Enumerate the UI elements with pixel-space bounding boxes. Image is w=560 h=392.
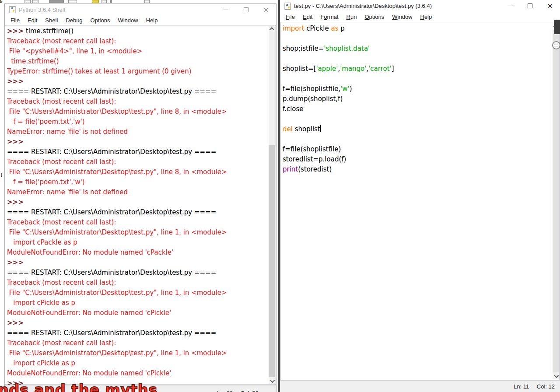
shell-window-title: Python 3.6.4 Shell [19, 7, 65, 13]
code-line: shop;istfile='shoplist.data' [283, 44, 553, 54]
shell-line: Traceback (most recent call last): [7, 36, 269, 46]
menu-item-window[interactable]: Window [388, 14, 416, 20]
shell-line: >>> [7, 137, 269, 147]
idle-python-icon [284, 3, 291, 10]
toolbar-fragment-icon [68, 0, 77, 3]
shell-line: >>> [7, 258, 269, 268]
toolbar-fragment-icon [144, 0, 150, 3]
line-indicator: Ln: 22 [217, 390, 233, 392]
menu-item-edit[interactable]: Edit [299, 14, 316, 20]
toolbar-fragment-icon [92, 0, 99, 3]
background-toolbar-fragment: 5 [0, 0, 262, 4]
menu-item-options[interactable]: Options [360, 14, 388, 20]
shell-line: Traceback (most recent call last): [7, 157, 269, 167]
editor-status-bar: Ln: 11 Col: 12 [280, 380, 560, 392]
shell-line: Traceback (most recent call last): [7, 278, 269, 288]
shell-line: f = file('poem.txt','w') [7, 177, 269, 187]
menu-item-options[interactable]: Options [87, 17, 114, 24]
scrollbar-thumb[interactable] [269, 145, 275, 377]
close-button[interactable]: ✕ [256, 4, 276, 15]
editor-window: test.py - C:\Users\Administrator\Desktop… [278, 0, 560, 392]
editor-titlebar[interactable]: test.py - C:\Users\Administrator\Desktop… [280, 0, 560, 12]
col-indicator: Col: 12 [537, 383, 555, 390]
shell-line: ==== RESTART: C:\Users\Administrator\Des… [7, 147, 269, 157]
shell-line: TypeError: strftime() takes at least 1 a… [7, 66, 269, 77]
shell-line: Traceback (most recent call last): [7, 338, 269, 348]
scroll-down-icon[interactable] [269, 377, 275, 384]
shell-line: ==== RESTART: C:\Users\Administrator\Des… [7, 328, 269, 338]
code-line: print(storedist) [283, 164, 553, 175]
shell-line: File "C:\Users\Administrator\Desktop\tes… [7, 107, 269, 117]
idle-python-icon [9, 6, 16, 13]
shell-line: ==== RESTART: C:\Users\Administrator\Des… [7, 207, 269, 217]
code-line [283, 134, 553, 144]
line-indicator: Ln: 11 [514, 383, 529, 390]
shell-line: File "C:\Users\Administrator\Desktop\tes… [7, 348, 269, 358]
shell-line: >>> time.strftime() [7, 26, 269, 36]
maximize-button[interactable] [236, 4, 256, 15]
toolbar-fragment-icon [32, 0, 38, 3]
toolbar-fragment-icon [102, 0, 107, 3]
code-line [283, 114, 553, 124]
minimize-button[interactable] [500, 0, 520, 12]
python-shell-window: Python 3.6.4 Shell ✕ FileEditShellDebugO… [4, 4, 276, 392]
code-line: p.dump(shoplist,f) [283, 94, 553, 104]
editor-menubar: FileEditFormatRunOptionsWindowHelp [280, 12, 560, 22]
shell-line: Traceback (most recent call last): [7, 97, 269, 107]
shell-output: >>> time.strftime()Traceback (most recen… [5, 25, 269, 385]
text-cursor [320, 125, 321, 132]
shell-line: ModuleNotFoundError: No module named 'cP… [7, 308, 269, 318]
code-line: f.close [283, 104, 553, 114]
minimize-button[interactable] [216, 4, 236, 15]
shell-scrollbar[interactable] [269, 26, 275, 384]
background-window-fragment [554, 20, 560, 34]
shell-line: ==== RESTART: C:\Users\Administrator\Des… [7, 268, 269, 278]
toolbar-fragment-text: 5 [0, 0, 3, 4]
shell-line: Traceback (most recent call last): [7, 217, 269, 228]
scrollbar-thumb[interactable] [553, 30, 559, 372]
shell-line: >>> [7, 197, 269, 207]
toolbar-fragment-icon [110, 0, 112, 3]
editor-scrollbar[interactable] [553, 23, 559, 379]
shell-line: NameError: name 'file' is not defined [7, 187, 269, 197]
code-line: import cPickle as p [283, 24, 553, 34]
gear-circle-artifact [552, 41, 560, 49]
code-editor: import cPickle as pshop;istfile='shoplis… [280, 22, 553, 380]
shell-line: import cPickle as p [7, 358, 269, 368]
shell-line: >>> [7, 77, 269, 87]
col-indicator: Col: 50 [241, 390, 259, 392]
code-line [283, 54, 553, 64]
shell-line: >>> [7, 318, 269, 328]
menu-item-shell[interactable]: Shell [41, 17, 62, 24]
scroll-up-icon[interactable] [269, 26, 275, 33]
menu-item-edit[interactable]: Edit [24, 17, 41, 24]
code-editor-area[interactable]: import cPickle as pshop;istfile='shoplis… [280, 22, 560, 380]
menu-item-help[interactable]: Help [416, 14, 436, 20]
menu-item-run[interactable]: Run [343, 14, 361, 20]
menu-item-file[interactable]: File [7, 17, 24, 24]
menu-item-help[interactable]: Help [142, 17, 162, 24]
toolbar-fragment-icon [24, 0, 31, 3]
shell-line: ModuleNotFoundError: No module named 'cP… [7, 368, 269, 378]
editor-window-title: test.py - C:\Users\Administrator\Desktop… [294, 3, 432, 9]
menu-item-window[interactable]: Window [114, 17, 142, 24]
code-line [283, 74, 553, 84]
code-line: f=file(shoplistfile,'w') [283, 84, 553, 94]
maximize-button[interactable] [520, 0, 540, 12]
shell-line: NameError: name 'file' is not defined [7, 127, 269, 137]
scroll-down-icon[interactable] [553, 372, 559, 379]
shell-line: ==== RESTART: C:\Users\Administrator\Des… [7, 87, 269, 97]
menu-item-file[interactable]: File [282, 14, 299, 20]
shell-line: f = file('poem.txt','w') [7, 117, 269, 127]
menu-item-debug[interactable]: Debug [62, 17, 86, 24]
close-button[interactable]: ✕ [540, 0, 560, 12]
shell-output-area[interactable]: >>> time.strftime()Traceback (most recen… [5, 25, 276, 385]
menu-item-format[interactable]: Format [316, 14, 342, 20]
shell-line: File "C:\Users\Administrator\Desktop\tes… [7, 288, 269, 298]
shell-line: File "<pyshell#4>", line 1, in <module> [7, 46, 269, 56]
shell-line: import cPackle as p [7, 238, 269, 248]
shell-titlebar[interactable]: Python 3.6.4 Shell ✕ [5, 4, 276, 15]
code-line: del shoplist [283, 124, 553, 134]
shell-line: ModuleNotFoundError: No module named 'cP… [7, 248, 269, 258]
code-line: shoplist=['apple','mango','carrot'] [283, 64, 553, 74]
